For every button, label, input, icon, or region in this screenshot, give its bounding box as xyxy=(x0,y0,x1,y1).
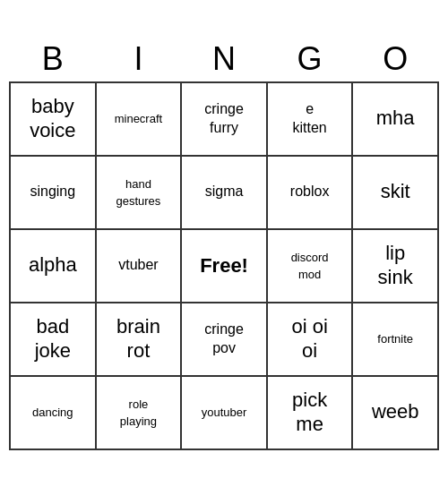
cell-content: singing xyxy=(30,184,75,199)
bingo-cell: skit xyxy=(352,156,438,229)
cell-content: sigma xyxy=(205,184,244,199)
bingo-cell: discordmod xyxy=(267,229,353,303)
cell-content: discordmod xyxy=(291,251,329,281)
bingo-cell: cringepov xyxy=(181,303,267,376)
cell-content: alpha xyxy=(29,253,77,276)
cell-content: cringefurry xyxy=(204,101,244,135)
bingo-cell: handgestures xyxy=(96,156,182,229)
bingo-cell: youtuber xyxy=(181,376,267,449)
bingo-cell: oi oioi xyxy=(267,303,353,376)
cell-content: skit xyxy=(381,180,410,202)
bingo-row: badjokebrainrotcringepovoi oioifortnite xyxy=(10,303,438,376)
bingo-cell: roleplaying xyxy=(96,376,182,449)
cell-content: babyvoice xyxy=(30,95,75,141)
cell-content: cringepov xyxy=(204,321,244,355)
bingo-cell: mha xyxy=(352,82,438,156)
bingo-row: alphavtuberFree!discordmodlipsink xyxy=(10,229,438,303)
cell-content: roleplaying xyxy=(120,397,157,428)
cell-content: oi oioi xyxy=(291,315,327,361)
cell-content: pickme xyxy=(292,389,327,434)
bingo-body: babyvoiceminecraftcringefurryekittenmhas… xyxy=(10,82,438,449)
cell-content: roblox xyxy=(290,184,330,199)
cell-content: brainrot xyxy=(116,315,160,361)
bingo-cell: weeb xyxy=(352,376,438,449)
bingo-cell: Free! xyxy=(181,229,267,303)
cell-content: handgestures xyxy=(116,177,160,208)
cell-content: youtuber xyxy=(202,406,247,419)
cell-content: badjoke xyxy=(35,315,71,361)
bingo-cell: cringefurry xyxy=(181,82,267,156)
bingo-cell: brainrot xyxy=(96,303,182,376)
bingo-header: BINGO xyxy=(10,38,438,82)
bingo-row: babyvoiceminecraftcringefurryekittenmha xyxy=(10,82,438,156)
bingo-cell: ekitten xyxy=(267,82,353,156)
bingo-letter: I xyxy=(96,38,182,82)
cell-content: lipsink xyxy=(378,242,413,287)
bingo-cell: singing xyxy=(10,156,96,229)
cell-content: minecraft xyxy=(115,112,162,125)
bingo-row: dancingroleplayingyoutuberpickmeweeb xyxy=(10,376,438,449)
bingo-card: BINGO babyvoiceminecraftcringefurryekitt… xyxy=(9,38,439,450)
bingo-row: singinghandgesturessigmarobloxskit xyxy=(10,156,438,229)
cell-content: ekitten xyxy=(292,101,326,135)
cell-content: fortnite xyxy=(377,332,413,346)
bingo-cell: minecraft xyxy=(96,82,182,156)
bingo-cell: sigma xyxy=(181,156,267,229)
cell-content: dancing xyxy=(32,406,73,419)
bingo-cell: vtuber xyxy=(96,229,182,303)
cell-content: Free! xyxy=(200,254,248,277)
bingo-letter: N xyxy=(181,38,267,82)
bingo-letter: O xyxy=(352,38,438,82)
cell-content: mha xyxy=(376,107,415,129)
bingo-cell: lipsink xyxy=(352,229,438,303)
cell-content: weeb xyxy=(372,400,419,423)
bingo-letter: G xyxy=(267,38,353,82)
bingo-letter: B xyxy=(10,38,96,82)
bingo-cell: babyvoice xyxy=(10,82,96,156)
bingo-cell: roblox xyxy=(267,156,353,229)
cell-content: vtuber xyxy=(118,257,158,272)
bingo-cell: dancing xyxy=(10,376,96,449)
bingo-cell: pickme xyxy=(267,376,353,449)
bingo-cell: badjoke xyxy=(10,303,96,376)
bingo-cell: fortnite xyxy=(352,303,438,376)
bingo-cell: alpha xyxy=(10,229,96,303)
